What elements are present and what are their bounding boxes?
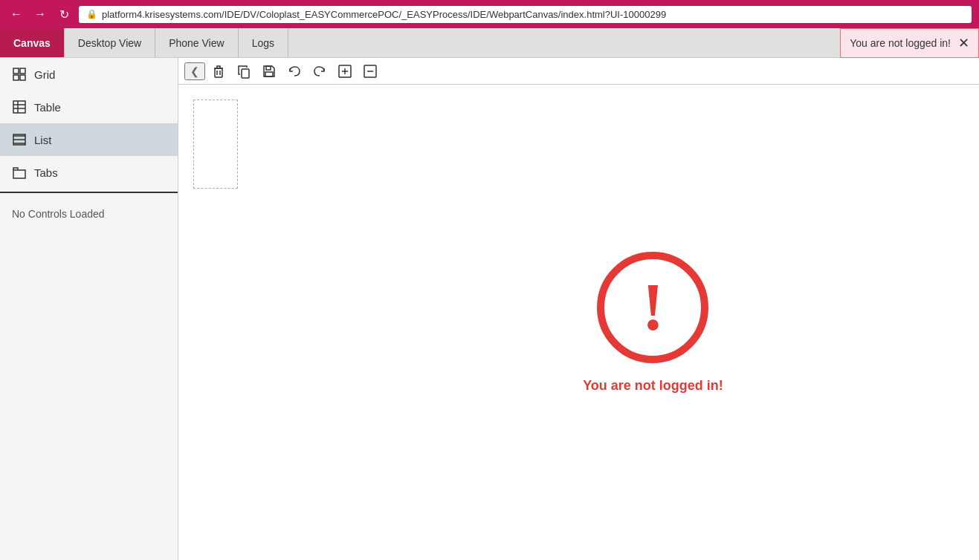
svg-rect-17 (266, 66, 271, 70)
grid-icon (12, 67, 27, 82)
tab-phone-view[interactable]: Phone View (155, 28, 238, 57)
svg-rect-12 (13, 170, 25, 178)
notification-close-button[interactable]: ✕ (958, 36, 969, 50)
sidebar-item-tabs[interactable]: Tabs (0, 156, 178, 189)
canvas-area: ! You are not logged in! (178, 85, 979, 560)
error-display: ! You are not logged in! (583, 252, 723, 394)
sidebar-item-list[interactable]: List (0, 123, 178, 156)
notification-banner: You are not logged in! ✕ (840, 28, 979, 58)
url-text: platform4.krisesystems.com/IDE/DV/Colopl… (102, 9, 666, 20)
redo-button[interactable] (308, 62, 332, 81)
toolbar: ❮ (178, 58, 979, 85)
tab-canvas[interactable]: Canvas (0, 28, 65, 57)
svg-rect-4 (13, 101, 25, 113)
tab-desktop-view[interactable]: Desktop View (65, 28, 155, 57)
svg-rect-13 (215, 68, 222, 77)
nav-forward-button[interactable]: → (31, 5, 49, 23)
sidebar: Grid Table List (0, 58, 178, 560)
canvas-dotted-box (193, 100, 238, 189)
zoom-out-button[interactable] (358, 62, 382, 81)
sidebar-item-table[interactable]: Table (0, 91, 178, 123)
browser-chrome: ← → ↻ 🔒 platform4.krisesystems.com/IDE/D… (0, 0, 979, 28)
save-button[interactable] (257, 62, 281, 81)
nav-back-button[interactable]: ← (7, 5, 25, 23)
sidebar-item-list-label: List (34, 134, 51, 146)
toolbar-collapse-button[interactable]: ❮ (184, 62, 205, 80)
lock-icon: 🔒 (86, 9, 97, 19)
svg-rect-3 (20, 75, 25, 80)
svg-rect-18 (265, 72, 273, 76)
content-area: ❮ (178, 58, 979, 560)
sidebar-item-grid[interactable]: Grid (0, 58, 178, 91)
sidebar-item-grid-label: Grid (34, 68, 55, 81)
tab-logs[interactable]: Logs (239, 28, 288, 57)
nav-reload-button[interactable]: ↻ (55, 5, 73, 23)
error-message: You are not logged in! (583, 378, 723, 394)
delete-button[interactable] (207, 62, 230, 81)
table-icon (12, 100, 27, 114)
list-icon (12, 132, 27, 147)
tab-bar: Canvas Desktop View Phone View Logs You … (0, 28, 979, 58)
copy-button[interactable] (232, 62, 256, 81)
main-layout: Grid Table List (0, 58, 979, 560)
sidebar-item-table-label: Table (34, 101, 61, 114)
sidebar-item-tabs-label: Tabs (34, 166, 58, 179)
error-circle-icon: ! (597, 252, 708, 363)
undo-button[interactable] (282, 62, 306, 81)
svg-rect-16 (242, 69, 249, 78)
svg-rect-2 (13, 75, 19, 80)
svg-rect-1 (20, 68, 25, 74)
address-bar[interactable]: 🔒 platform4.krisesystems.com/IDE/DV/Colo… (79, 6, 972, 23)
notification-message: You are not logged in! (850, 37, 951, 49)
sidebar-divider (0, 192, 178, 193)
tabs-icon (12, 165, 27, 180)
svg-rect-0 (13, 68, 19, 74)
zoom-in-button[interactable] (333, 62, 357, 81)
error-exclamation-icon: ! (642, 274, 664, 341)
no-controls-label: No Controls Loaded (0, 196, 178, 232)
